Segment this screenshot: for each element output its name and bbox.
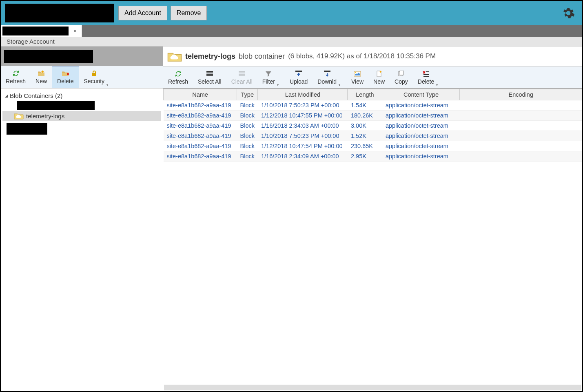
cell-type: Block: [237, 121, 258, 131]
cell-type: Block: [237, 131, 258, 141]
col-last-modified[interactable]: Last Modified: [258, 89, 348, 100]
settings-button[interactable]: [562, 7, 575, 20]
redacted-tree-item[interactable]: [17, 101, 95, 110]
upload-label: Upload: [290, 78, 308, 85]
upload-button[interactable]: Upload: [285, 66, 313, 88]
cell-lm: 1/12/2018 10:47:55 PM +00:00: [258, 111, 348, 121]
cell-lm: 1/10/2018 7:50:23 PM +00:00: [258, 100, 348, 111]
new-label: New: [373, 78, 385, 85]
tree-item-telemetry-logs[interactable]: telemetry-logs: [2, 111, 161, 121]
left-panel: Refresh New ✕ Delete Security ▾ ◢ Blob C…: [1, 47, 163, 391]
refresh-button[interactable]: Refresh: [163, 66, 193, 88]
refresh-icon: [12, 70, 20, 77]
cell-len: 230.65K: [348, 141, 382, 151]
cell-enc: [460, 151, 582, 162]
dropdown-arrow-icon: ▾: [277, 83, 279, 87]
container-name: telemetry-logs: [185, 52, 235, 61]
col-name[interactable]: Name: [164, 89, 237, 100]
cell-len: 2.95K: [348, 151, 382, 162]
clear-all-button[interactable]: Clear All: [226, 66, 257, 88]
clear-all-icon: [238, 70, 246, 78]
table-row[interactable]: site-e8a1b682-a9aa-419Block1/16/2018 2:3…: [164, 121, 582, 131]
gear-icon: [562, 7, 575, 20]
filter-icon: [264, 70, 273, 78]
filter-label: Filter: [262, 78, 275, 85]
table-row[interactable]: site-e8a1b682-a9aa-419Block1/16/2018 2:3…: [164, 151, 582, 162]
clear-all-label: Clear All: [231, 78, 253, 85]
cell-ct: application/octet-stream: [382, 121, 460, 131]
right-panel: telemetry-logs blob container (6 blobs, …: [163, 47, 582, 391]
svg-rect-7: [239, 74, 245, 75]
table-row[interactable]: site-e8a1b682-a9aa-419Block1/10/2018 7:5…: [164, 131, 582, 141]
cloud-folder-icon: [167, 51, 182, 62]
select-all-button[interactable]: Select All: [193, 66, 226, 88]
blob-grid[interactable]: Name Type Last Modified Length Content T…: [163, 89, 582, 385]
horizontal-scrollbar[interactable]: [164, 385, 581, 390]
delete-blob-button[interactable]: Delete▾: [413, 66, 439, 88]
redacted-tree-item-2[interactable]: [7, 123, 47, 135]
cell-type: Block: [237, 100, 258, 111]
tree-root-label: Blob Containers (2): [10, 92, 62, 99]
new-button[interactable]: New: [31, 66, 52, 88]
cell-len: 3.00K: [348, 121, 382, 131]
new-blob-button[interactable]: New: [368, 66, 390, 88]
svg-rect-14: [400, 71, 403, 75]
svg-rect-3: [206, 74, 213, 75]
col-content-type[interactable]: Content Type: [382, 89, 460, 100]
tree-root-containers[interactable]: ◢ Blob Containers (2): [2, 91, 161, 100]
download-button[interactable]: Downld▾: [313, 66, 341, 88]
svg-rect-10: [324, 71, 330, 72]
delete-label: Delete: [57, 78, 73, 84]
redacted-title: [5, 4, 114, 22]
dropdown-arrow-icon: ▾: [436, 83, 438, 87]
svg-point-12: [355, 72, 356, 73]
top-toolbar: Add Account Remove: [1, 1, 582, 25]
cell-name: site-e8a1b682-a9aa-419: [164, 111, 237, 121]
cell-len: 1.52K: [348, 131, 382, 141]
security-button[interactable]: Security ▾: [79, 66, 110, 88]
add-account-button[interactable]: Add Account: [118, 6, 167, 20]
cell-enc: [460, 121, 582, 131]
copy-button[interactable]: Copy: [390, 66, 413, 88]
cell-ct: application/octet-stream: [382, 111, 460, 121]
breadcrumb: Storage Acccount: [1, 37, 582, 47]
new-label: New: [35, 78, 47, 84]
col-type[interactable]: Type: [237, 89, 258, 100]
svg-rect-5: [239, 71, 245, 72]
cell-lm: 1/16/2018 2:34:03 AM +00:00: [258, 121, 348, 131]
cell-ct: application/octet-stream: [382, 151, 460, 162]
cell-enc: [460, 131, 582, 141]
filter-button[interactable]: Filter▾: [257, 66, 280, 88]
table-row[interactable]: site-e8a1b682-a9aa-419Block1/10/2018 7:5…: [164, 100, 582, 111]
cell-len: 1.54K: [348, 100, 382, 111]
delete-button[interactable]: ✕ Delete: [52, 66, 79, 88]
view-button[interactable]: View: [346, 66, 368, 88]
cell-type: Block: [237, 141, 258, 151]
tab-strip: ×: [1, 25, 582, 37]
cell-lm: 1/10/2018 7:50:23 PM +00:00: [258, 131, 348, 141]
table-row[interactable]: site-e8a1b682-a9aa-419Block1/12/2018 10:…: [164, 111, 582, 121]
container-header: telemetry-logs blob container (6 blobs, …: [163, 47, 582, 66]
copy-icon: [397, 70, 405, 78]
cell-enc: [460, 141, 582, 151]
table-row[interactable]: site-e8a1b682-a9aa-419Block1/12/2018 10:…: [164, 141, 582, 151]
tab-active[interactable]: ×: [1, 25, 82, 37]
svg-text:✕: ✕: [67, 72, 69, 76]
cell-type: Block: [237, 111, 258, 121]
refresh-button[interactable]: Refresh: [1, 66, 31, 88]
close-tab-button[interactable]: ×: [71, 28, 79, 34]
copy-label: Copy: [395, 78, 408, 85]
remove-button[interactable]: Remove: [171, 6, 207, 20]
cell-ct: application/octet-stream: [382, 141, 460, 151]
new-page-icon: [375, 70, 383, 78]
cell-lm: 1/16/2018 2:34:09 AM +00:00: [258, 151, 348, 162]
view-icon: [353, 70, 361, 78]
col-length[interactable]: Length: [348, 89, 382, 100]
svg-rect-15: [426, 71, 429, 72]
refresh-label: Refresh: [168, 78, 188, 85]
container-type: blob container: [239, 52, 285, 61]
cell-name: site-e8a1b682-a9aa-419: [164, 151, 237, 162]
expand-arrow-icon: ◢: [5, 93, 10, 98]
svg-rect-17: [423, 76, 429, 77]
col-encoding[interactable]: Encoding: [460, 89, 582, 100]
